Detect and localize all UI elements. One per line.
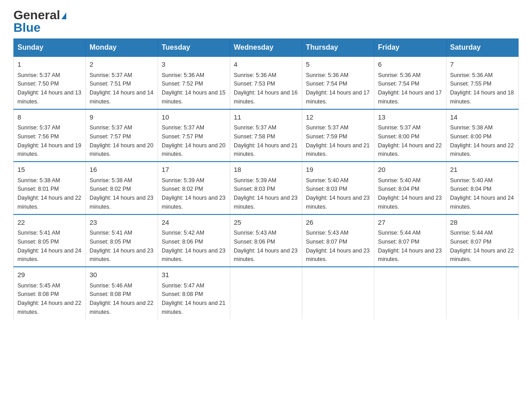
calendar-cell: 6Sunrise: 5:36 AMSunset: 7:54 PMDaylight… [374, 56, 446, 109]
calendar-cell: 13Sunrise: 5:37 AMSunset: 8:00 PMDayligh… [374, 109, 446, 162]
weekday-header-monday: Monday [86, 39, 158, 57]
weekday-header-friday: Friday [374, 39, 446, 57]
weekday-header-thursday: Thursday [302, 39, 374, 57]
calendar-table: SundayMondayTuesdayWednesdayThursdayFrid… [13, 39, 519, 319]
day-number: 8 [17, 112, 82, 123]
day-info: Sunrise: 5:40 AMSunset: 8:03 PMDaylight:… [306, 177, 369, 210]
calendar-cell: 30Sunrise: 5:46 AMSunset: 8:08 PMDayligh… [86, 267, 158, 319]
day-number: 26 [306, 218, 370, 228]
calendar-cell: 16Sunrise: 5:38 AMSunset: 8:02 PMDayligh… [86, 162, 158, 214]
day-info: Sunrise: 5:37 AMSunset: 7:58 PMDaylight:… [234, 124, 297, 157]
day-number: 21 [450, 165, 515, 175]
calendar-cell: 10Sunrise: 5:37 AMSunset: 7:57 PMDayligh… [158, 109, 230, 162]
day-info: Sunrise: 5:47 AMSunset: 8:08 PMDaylight:… [162, 283, 225, 315]
day-number: 31 [162, 270, 226, 280]
calendar-cell: 27Sunrise: 5:44 AMSunset: 8:07 PMDayligh… [374, 214, 446, 267]
day-number: 3 [162, 60, 226, 70]
calendar-cell: 24Sunrise: 5:42 AMSunset: 8:06 PMDayligh… [158, 214, 230, 267]
calendar-week-row: 22Sunrise: 5:41 AMSunset: 8:05 PMDayligh… [14, 214, 519, 267]
day-number: 15 [17, 165, 82, 175]
calendar-cell: 11Sunrise: 5:37 AMSunset: 7:58 PMDayligh… [230, 109, 302, 162]
weekday-header-tuesday: Tuesday [158, 39, 230, 57]
day-number: 23 [90, 218, 154, 228]
day-number: 29 [17, 270, 82, 280]
calendar-cell: 5Sunrise: 5:36 AMSunset: 7:54 PMDaylight… [302, 56, 374, 109]
calendar-cell: 21Sunrise: 5:40 AMSunset: 8:04 PMDayligh… [446, 162, 519, 214]
calendar-week-row: 15Sunrise: 5:38 AMSunset: 8:01 PMDayligh… [14, 162, 519, 214]
calendar-cell: 8Sunrise: 5:37 AMSunset: 7:56 PMDaylight… [14, 109, 86, 162]
calendar-week-row: 29Sunrise: 5:45 AMSunset: 8:08 PMDayligh… [14, 267, 519, 319]
day-number: 11 [234, 112, 298, 123]
day-number: 13 [378, 112, 442, 123]
day-info: Sunrise: 5:42 AMSunset: 8:06 PMDaylight:… [162, 230, 225, 262]
calendar-cell: 26Sunrise: 5:43 AMSunset: 8:07 PMDayligh… [302, 214, 374, 267]
day-number: 18 [234, 165, 298, 175]
calendar-cell: 20Sunrise: 5:40 AMSunset: 8:04 PMDayligh… [374, 162, 446, 214]
calendar-cell: 19Sunrise: 5:40 AMSunset: 8:03 PMDayligh… [302, 162, 374, 214]
day-info: Sunrise: 5:40 AMSunset: 8:04 PMDaylight:… [450, 177, 514, 210]
day-info: Sunrise: 5:36 AMSunset: 7:53 PMDaylight:… [234, 72, 297, 105]
day-number: 5 [306, 60, 370, 70]
day-number: 22 [17, 218, 82, 228]
day-info: Sunrise: 5:44 AMSunset: 8:07 PMDaylight:… [450, 230, 514, 262]
day-info: Sunrise: 5:43 AMSunset: 8:06 PMDaylight:… [234, 230, 297, 262]
day-number: 4 [234, 60, 298, 70]
logo-text-line2: Blue [13, 21, 41, 34]
calendar-cell: 18Sunrise: 5:39 AMSunset: 8:03 PMDayligh… [230, 162, 302, 214]
calendar-week-row: 1Sunrise: 5:37 AMSunset: 7:50 PMDaylight… [14, 56, 519, 109]
day-info: Sunrise: 5:37 AMSunset: 7:57 PMDaylight:… [162, 124, 225, 157]
day-info: Sunrise: 5:46 AMSunset: 8:08 PMDaylight:… [90, 283, 153, 315]
calendar-cell: 2Sunrise: 5:37 AMSunset: 7:51 PMDaylight… [86, 56, 158, 109]
day-info: Sunrise: 5:44 AMSunset: 8:07 PMDaylight:… [378, 230, 442, 262]
day-number: 30 [90, 270, 154, 280]
day-number: 7 [450, 60, 515, 70]
day-info: Sunrise: 5:39 AMSunset: 8:03 PMDaylight:… [234, 177, 297, 210]
calendar-cell: 23Sunrise: 5:41 AMSunset: 8:05 PMDayligh… [86, 214, 158, 267]
calendar-cell: 25Sunrise: 5:43 AMSunset: 8:06 PMDayligh… [230, 214, 302, 267]
day-number: 19 [306, 165, 370, 175]
calendar-cell: 14Sunrise: 5:38 AMSunset: 8:00 PMDayligh… [446, 109, 519, 162]
day-number: 9 [90, 112, 154, 123]
day-info: Sunrise: 5:39 AMSunset: 8:02 PMDaylight:… [162, 177, 225, 210]
weekday-header-saturday: Saturday [446, 39, 519, 57]
day-info: Sunrise: 5:37 AMSunset: 7:51 PMDaylight:… [90, 72, 153, 105]
day-number: 25 [234, 218, 298, 228]
day-number: 10 [162, 112, 226, 123]
calendar-cell: 7Sunrise: 5:36 AMSunset: 7:55 PMDaylight… [446, 56, 519, 109]
calendar-cell [446, 267, 519, 319]
calendar-cell: 9Sunrise: 5:37 AMSunset: 7:57 PMDaylight… [86, 109, 158, 162]
calendar-cell: 4Sunrise: 5:36 AMSunset: 7:53 PMDaylight… [230, 56, 302, 109]
logo: General Blue [13, 9, 66, 34]
day-info: Sunrise: 5:41 AMSunset: 8:05 PMDaylight:… [17, 230, 81, 262]
day-info: Sunrise: 5:37 AMSunset: 7:57 PMDaylight:… [90, 124, 153, 157]
calendar-cell: 15Sunrise: 5:38 AMSunset: 8:01 PMDayligh… [14, 162, 86, 214]
day-info: Sunrise: 5:41 AMSunset: 8:05 PMDaylight:… [90, 230, 153, 262]
day-number: 2 [90, 60, 154, 70]
calendar-cell: 17Sunrise: 5:39 AMSunset: 8:02 PMDayligh… [158, 162, 230, 214]
calendar-cell: 22Sunrise: 5:41 AMSunset: 8:05 PMDayligh… [14, 214, 86, 267]
day-number: 27 [378, 218, 442, 228]
calendar-cell: 3Sunrise: 5:36 AMSunset: 7:52 PMDaylight… [158, 56, 230, 109]
day-info: Sunrise: 5:43 AMSunset: 8:07 PMDaylight:… [306, 230, 369, 262]
calendar-cell [302, 267, 374, 319]
day-number: 24 [162, 218, 226, 228]
calendar-cell: 31Sunrise: 5:47 AMSunset: 8:08 PMDayligh… [158, 267, 230, 319]
day-info: Sunrise: 5:36 AMSunset: 7:55 PMDaylight:… [450, 72, 514, 105]
page-header: General Blue [13, 9, 519, 34]
day-number: 6 [378, 60, 442, 70]
day-info: Sunrise: 5:40 AMSunset: 8:04 PMDaylight:… [378, 177, 442, 210]
day-info: Sunrise: 5:37 AMSunset: 8:00 PMDaylight:… [378, 124, 442, 157]
day-info: Sunrise: 5:37 AMSunset: 7:56 PMDaylight:… [17, 124, 81, 157]
calendar-cell: 1Sunrise: 5:37 AMSunset: 7:50 PMDaylight… [14, 56, 86, 109]
day-info: Sunrise: 5:37 AMSunset: 7:59 PMDaylight:… [306, 124, 369, 157]
day-number: 1 [17, 60, 82, 70]
calendar-cell [230, 267, 302, 319]
day-info: Sunrise: 5:36 AMSunset: 7:54 PMDaylight:… [306, 72, 369, 105]
day-number: 20 [378, 165, 442, 175]
day-number: 17 [162, 165, 226, 175]
day-number: 16 [90, 165, 154, 175]
day-info: Sunrise: 5:45 AMSunset: 8:08 PMDaylight:… [17, 283, 81, 315]
calendar-week-row: 8Sunrise: 5:37 AMSunset: 7:56 PMDaylight… [14, 109, 519, 162]
day-number: 28 [450, 218, 515, 228]
weekday-header-wednesday: Wednesday [230, 39, 302, 57]
